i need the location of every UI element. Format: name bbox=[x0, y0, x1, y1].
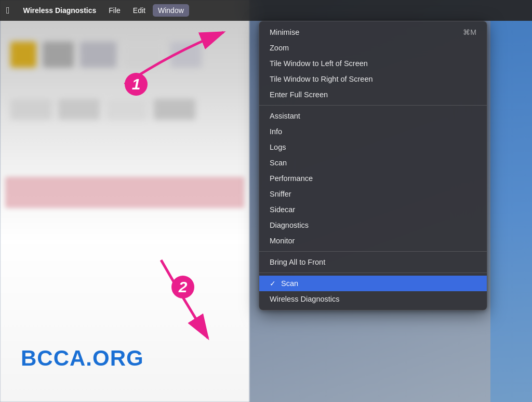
menubar-file[interactable]: File bbox=[103, 4, 126, 17]
menu-item-scan-active[interactable]: ✓ Scan bbox=[259, 276, 487, 291]
menu-item-tile-left[interactable]: Tile Window to Left of Screen bbox=[259, 56, 487, 71]
menu-item-performance[interactable]: Performance bbox=[259, 171, 487, 186]
menu-item-assistant[interactable]: Assistant bbox=[259, 108, 487, 124]
annotation-arrow-2 bbox=[119, 255, 275, 369]
menubar:  Wireless Diagnostics File Edit Window bbox=[0, 0, 532, 21]
menu-item-tile-right[interactable]: Tile Window to Right of Screen bbox=[259, 71, 487, 87]
menu-item-sidecar[interactable]: Sidecar bbox=[259, 202, 487, 217]
menu-item-fullscreen[interactable]: Enter Full Screen bbox=[259, 87, 487, 102]
menu-item-logs[interactable]: Logs bbox=[259, 139, 487, 155]
blur-block bbox=[10, 42, 36, 68]
right-panel bbox=[490, 21, 532, 402]
annotation-number-1: 1 bbox=[125, 73, 148, 96]
menubar-items: Wireless Diagnostics File Edit Window bbox=[18, 4, 189, 17]
blur-block bbox=[10, 99, 52, 120]
pink-bar bbox=[5, 177, 244, 208]
annotation-arrow-1 bbox=[68, 22, 265, 115]
separator-2 bbox=[259, 251, 487, 252]
menu-item-zoom[interactable]: Zoom bbox=[259, 40, 487, 56]
menu-item-wireless-diagnostics[interactable]: Wireless Diagnostics bbox=[259, 291, 487, 307]
menu-item-monitor[interactable]: Monitor bbox=[259, 233, 487, 249]
menu-item-diagnostics[interactable]: Diagnostics bbox=[259, 217, 487, 233]
apple-menu[interactable]:  bbox=[6, 5, 10, 16]
menubar-edit[interactable]: Edit bbox=[128, 4, 151, 17]
menu-item-sniffer[interactable]: Sniffer bbox=[259, 186, 487, 202]
window-dropdown-menu: Minimise ⌘M Zoom Tile Window to Left of … bbox=[259, 21, 487, 310]
menu-item-bring-all[interactable]: Bring All to Front bbox=[259, 254, 487, 270]
annotation-number-2: 2 bbox=[171, 276, 194, 299]
menubar-app-name[interactable]: Wireless Diagnostics bbox=[18, 4, 102, 17]
separator-1 bbox=[259, 105, 487, 106]
separator-3 bbox=[259, 273, 487, 273]
menubar-window[interactable]: Window bbox=[153, 4, 189, 17]
menu-item-minimise[interactable]: Minimise ⌘M bbox=[259, 24, 487, 40]
menu-item-scan[interactable]: Scan bbox=[259, 155, 487, 171]
menu-item-info[interactable]: Info bbox=[259, 124, 487, 139]
